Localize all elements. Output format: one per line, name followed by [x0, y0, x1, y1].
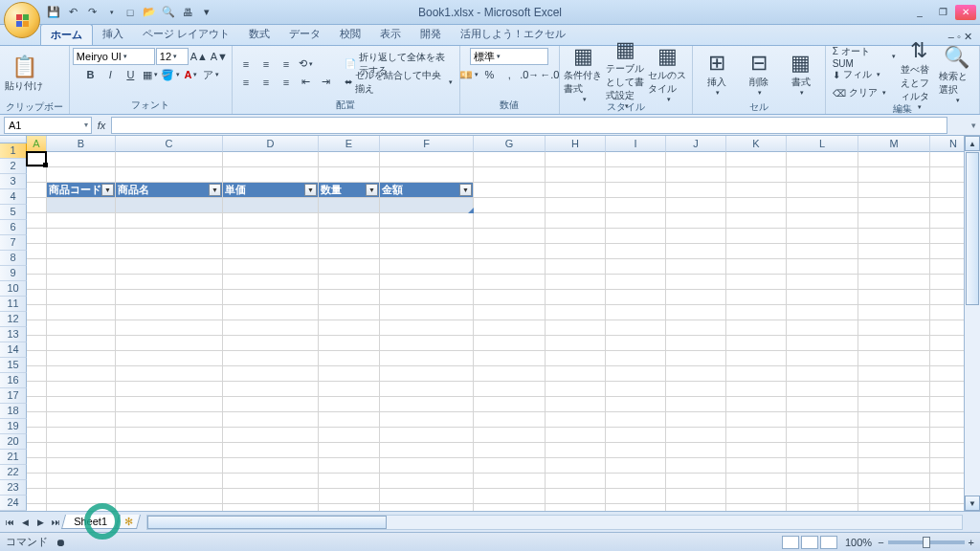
cell[interactable] [380, 336, 474, 351]
col-header[interactable]: D [223, 136, 319, 152]
cell[interactable] [606, 152, 666, 167]
cell[interactable] [223, 474, 319, 489]
cell[interactable] [666, 198, 726, 213]
filter-dropdown-icon[interactable]: ▼ [366, 184, 378, 196]
cell[interactable] [116, 382, 223, 397]
cell[interactable] [27, 167, 47, 183]
cell[interactable] [546, 351, 606, 366]
cells-area[interactable]: 商品コード▼商品名▼単価▼数量▼金額▼ [27, 152, 980, 511]
cell[interactable] [474, 183, 546, 198]
align-right-icon[interactable]: ≡ [277, 74, 296, 91]
row-header[interactable]: 21 [0, 450, 27, 465]
cell[interactable] [858, 366, 930, 382]
cell[interactable] [319, 320, 380, 336]
cell[interactable] [474, 428, 546, 443]
new-icon[interactable]: □ [122, 5, 138, 20]
cell[interactable] [319, 290, 380, 305]
cell[interactable] [606, 336, 666, 351]
cell[interactable] [116, 412, 223, 428]
sheet-nav-first-icon[interactable]: ⏮ [2, 515, 17, 530]
cell[interactable] [319, 351, 380, 366]
cell[interactable] [27, 336, 47, 351]
cell[interactable] [27, 320, 47, 336]
cell[interactable] [666, 213, 726, 229]
cell[interactable] [606, 198, 666, 213]
cell[interactable] [380, 167, 474, 183]
cell[interactable] [474, 504, 546, 511]
phonetic-icon[interactable]: ア [201, 66, 220, 83]
cell[interactable] [546, 198, 606, 213]
cell[interactable] [726, 213, 787, 229]
cell[interactable] [606, 366, 666, 382]
cell[interactable] [787, 213, 858, 229]
formula-input[interactable] [111, 117, 947, 134]
cell[interactable] [474, 382, 546, 397]
cell[interactable] [380, 290, 474, 305]
cell[interactable] [116, 213, 223, 229]
row-header[interactable]: 3 [0, 174, 27, 189]
print-icon[interactable]: 🖶 [180, 5, 195, 20]
ribbon-tab-2[interactable]: ページ レイアウト [133, 24, 239, 45]
cell[interactable] [223, 336, 319, 351]
row-header[interactable]: 13 [0, 327, 27, 342]
cell[interactable] [787, 152, 858, 167]
cell[interactable]: 商品コード▼ [47, 183, 116, 198]
cell[interactable] [606, 290, 666, 305]
cell[interactable] [606, 382, 666, 397]
cell[interactable] [666, 229, 726, 244]
cell[interactable] [858, 474, 930, 489]
cell[interactable] [223, 229, 319, 244]
cell[interactable] [787, 320, 858, 336]
cell[interactable] [858, 443, 930, 458]
cell[interactable] [666, 489, 726, 504]
expand-formula-bar[interactable]: ▾ [967, 121, 980, 130]
cell[interactable] [666, 305, 726, 320]
cell[interactable] [858, 259, 930, 275]
cell[interactable] [474, 213, 546, 229]
cell[interactable] [858, 412, 930, 428]
cell[interactable] [787, 305, 858, 320]
merge-center-button[interactable]: ⬌ セルを結合して中央揃え [342, 74, 456, 91]
align-top-icon[interactable]: ≡ [236, 55, 256, 73]
cell[interactable] [319, 412, 380, 428]
cell[interactable] [319, 167, 380, 183]
cell[interactable] [546, 152, 606, 167]
font-size-combo[interactable]: 12 [156, 48, 189, 65]
restore-button[interactable]: ❐ [932, 5, 953, 20]
percent-icon[interactable]: % [479, 66, 499, 83]
cell[interactable] [223, 397, 319, 412]
cell[interactable] [606, 504, 666, 511]
cell[interactable] [726, 336, 787, 351]
ribbon-tab-4[interactable]: データ [279, 24, 330, 45]
cell[interactable] [606, 458, 666, 474]
cell[interactable] [474, 397, 546, 412]
cell[interactable] [474, 290, 546, 305]
cell[interactable]: 数量▼ [319, 183, 380, 198]
cell[interactable] [726, 167, 787, 183]
cell[interactable] [606, 275, 666, 290]
bold-icon[interactable]: B [80, 66, 100, 83]
qat-dropdown[interactable] [103, 5, 119, 20]
cell[interactable] [787, 336, 858, 351]
col-header[interactable]: M [858, 136, 930, 152]
cell[interactable] [546, 167, 606, 183]
cell[interactable] [380, 244, 474, 259]
cell[interactable] [47, 412, 116, 428]
cell[interactable] [380, 259, 474, 275]
fill-button[interactable]: ⬇ フィル [830, 66, 899, 83]
cell[interactable] [223, 443, 319, 458]
close-button[interactable]: ✕ [955, 5, 976, 20]
indent-inc-icon[interactable]: ⇥ [317, 74, 336, 91]
cell[interactable] [319, 489, 380, 504]
row-header[interactable]: 5 [0, 205, 27, 220]
cell[interactable] [319, 336, 380, 351]
cell[interactable] [47, 152, 116, 167]
align-bottom-icon[interactable]: ≡ [277, 55, 296, 73]
cell[interactable] [726, 489, 787, 504]
cell[interactable] [858, 198, 930, 213]
cell[interactable] [787, 412, 858, 428]
ribbon-tab-8[interactable]: 活用しよう！エクセル [451, 24, 575, 45]
cell[interactable] [380, 152, 474, 167]
cell[interactable] [474, 259, 546, 275]
cell[interactable] [47, 198, 116, 213]
